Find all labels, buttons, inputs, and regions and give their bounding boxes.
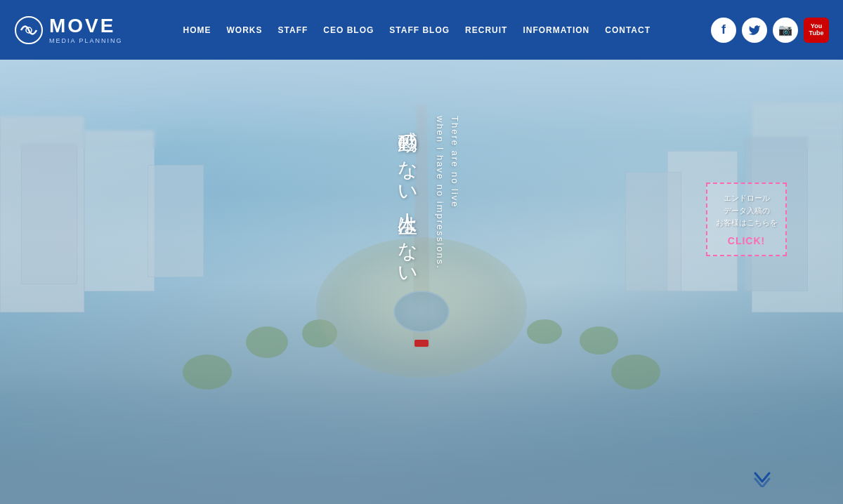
nav-item-works[interactable]: WORKS: [227, 25, 263, 35]
english-tagline: There are no live when I have no impress…: [432, 116, 462, 270]
nav-item-contact[interactable]: CONTACT: [605, 25, 651, 35]
twitter-icon[interactable]: [742, 18, 767, 43]
logo-area[interactable]: MOVE MEDIA PLANNING: [14, 15, 123, 45]
cta-click-label: CLICK!: [714, 235, 778, 246]
facebook-icon[interactable]: f: [711, 18, 736, 43]
logo-subtitle: MEDIA PLANNING: [49, 37, 123, 44]
logo-title: MOVE: [49, 16, 123, 36]
nav-item-recruit[interactable]: RECRUIT: [465, 25, 507, 35]
nav-item-information[interactable]: INFORMATION: [523, 25, 589, 35]
nav-item-ceo-blog[interactable]: CEO BLOG: [323, 25, 374, 35]
nav-item-staff-blog[interactable]: STAFF BLOG: [389, 25, 450, 35]
instagram-icon[interactable]: 📷: [773, 18, 798, 43]
english-line2: when I have no impressions.: [435, 116, 445, 270]
blur-top: [0, 60, 843, 149]
cta-description: エンドロール データ入稿の お客様はこちらを: [714, 192, 778, 230]
header: MOVE MEDIA PLANNING HOMEWORKSSTAFFCEO BL…: [0, 0, 843, 60]
youtube-icon[interactable]: YouTube: [804, 18, 829, 43]
english-line1: There are no live: [450, 116, 460, 208]
cta-box[interactable]: エンドロール データ入稿の お客様はこちらを CLICK!: [706, 183, 787, 256]
social-icons: f 📷 YouTube: [711, 18, 829, 43]
hero-section: 感動のない人生はない There are no live when I have…: [0, 60, 843, 504]
logo-text-area: MOVE MEDIA PLANNING: [49, 16, 123, 44]
logo-icon: [14, 15, 44, 45]
japanese-tagline: 感動のない人生はない: [393, 116, 421, 279]
nav-item-home[interactable]: HOME: [183, 25, 211, 35]
scroll-down-arrow[interactable]: [752, 470, 773, 490]
blur-bottom: [0, 393, 843, 504]
main-nav: HOMEWORKSSTAFFCEO BLOGSTAFF BLOGRECRUITI…: [183, 25, 651, 35]
nav-item-staff[interactable]: STAFF: [278, 25, 308, 35]
